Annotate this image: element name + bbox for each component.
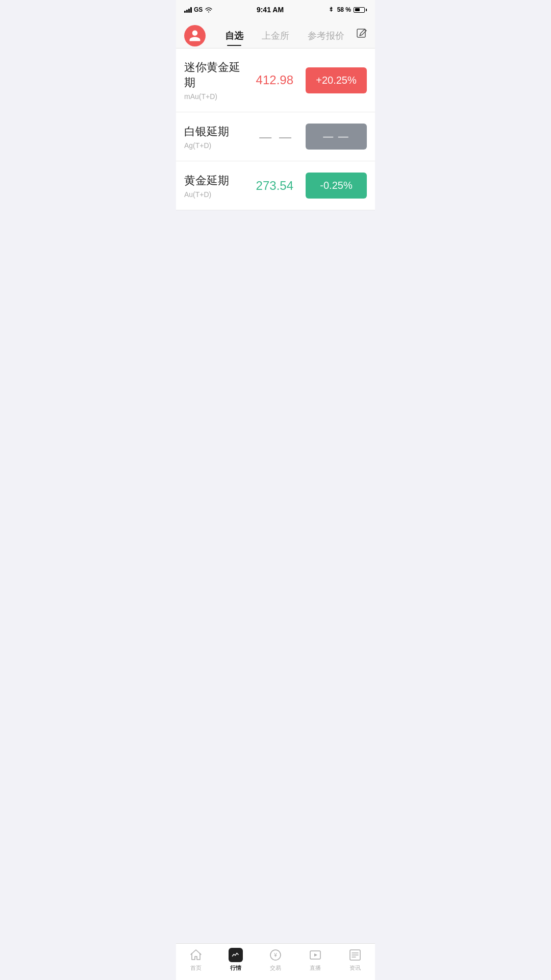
item-name-au: 黄金延期 [184,173,241,188]
battery-label: 58 % [337,6,351,13]
item-info-au: 黄金延期 Au(T+D) [184,173,241,199]
market-item-mau[interactable]: 迷你黄金延期 mAu(T+D) 412.98 +20.25% [176,48,375,112]
item-badge-au: -0.25% [306,173,367,199]
svg-text:¥: ¥ [273,952,277,958]
item-badge-mau: +20.25% [306,67,367,93]
market-list: 迷你黄金延期 mAu(T+D) 412.98 +20.25% 白银延期 Ag(T… [176,48,375,210]
status-time: 9:41 AM [257,6,284,14]
market-item-ag[interactable]: 白银延期 Ag(T+D) — — — — [176,112,375,161]
user-icon [188,29,202,42]
tab-cankaobaoajia[interactable]: 参考报价 [298,26,354,46]
item-price-au: 273.54 [247,179,293,193]
edit-icon [356,28,368,40]
bluetooth-icon [328,6,335,13]
bottom-tab-news-label: 资讯 [349,964,361,972]
bottom-tab-market-label: 行情 [230,964,241,972]
nav-bar: 自选 上金所 参考报价 [176,18,375,48]
trade-icon: ¥ [268,948,283,962]
bottom-tab-trade-label: 交易 [270,964,281,972]
item-code-ag: Ag(T+D) [184,141,241,150]
chart-icon [229,948,243,962]
bottom-tab-home-label: 首页 [190,964,202,972]
live-icon [308,948,322,962]
tab-shangjinsuo[interactable]: 上金所 [253,26,298,46]
market-item-au[interactable]: 黄金延期 Au(T+D) 273.54 -0.25% [176,161,375,210]
wifi-icon [205,7,213,13]
item-code-mau: mAu(T+D) [184,92,241,101]
item-name-ag: 白银延期 [184,124,241,139]
tab-group: 自选 上金所 参考报价 [216,26,354,46]
status-bar: GS 9:41 AM 58 % [176,0,375,18]
item-info-ag: 白银延期 Ag(T+D) [184,124,241,150]
battery-icon [354,7,367,13]
avatar[interactable] [184,25,206,46]
status-left: GS [184,6,213,13]
signal-bars [184,7,192,13]
carrier-label: GS [194,6,203,13]
item-price-mau: 412.98 [247,73,293,87]
bottom-tab-live[interactable]: 直播 [299,948,332,972]
bottom-tab-bar: 首页 行情 ¥ 交易 直播 [176,943,375,980]
item-price-ag: — — [247,130,293,144]
home-icon [189,948,203,962]
item-code-au: Au(T+D) [184,190,241,199]
item-name-mau: 迷你黄金延期 [184,60,241,90]
bottom-tab-news[interactable]: 资讯 [339,948,371,972]
bottom-tab-trade[interactable]: ¥ 交易 [259,948,292,972]
bottom-tab-live-label: 直播 [310,964,321,972]
bottom-tab-market[interactable]: 行情 [219,948,252,972]
news-icon [348,948,362,962]
item-info-mau: 迷你黄金延期 mAu(T+D) [184,60,241,101]
empty-area [176,210,375,568]
tab-zixuan[interactable]: 自选 [216,26,253,46]
edit-button[interactable] [354,23,370,48]
status-right: 58 % [328,6,367,13]
item-badge-ag: — — [306,124,367,150]
svg-marker-4 [314,953,317,957]
bottom-tab-home[interactable]: 首页 [180,948,212,972]
